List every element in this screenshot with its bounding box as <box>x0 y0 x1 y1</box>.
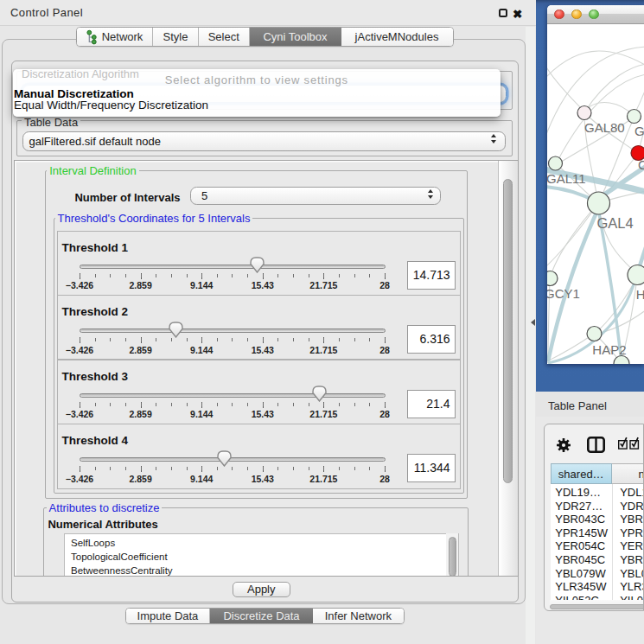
svg-text:GAL80: GAL80 <box>584 120 625 135</box>
svg-text:HIS: HIS <box>635 287 644 302</box>
svg-text:GAL1: GAL1 <box>634 124 644 138</box>
svg-text:GAL11: GAL11 <box>547 171 586 186</box>
svg-text:GAL4: GAL4 <box>596 215 633 231</box>
svg-text:HAP2: HAP2 <box>592 342 626 357</box>
svg-text:CLN: CLN <box>638 157 644 172</box>
svg-text:GCY1: GCY1 <box>547 286 580 301</box>
